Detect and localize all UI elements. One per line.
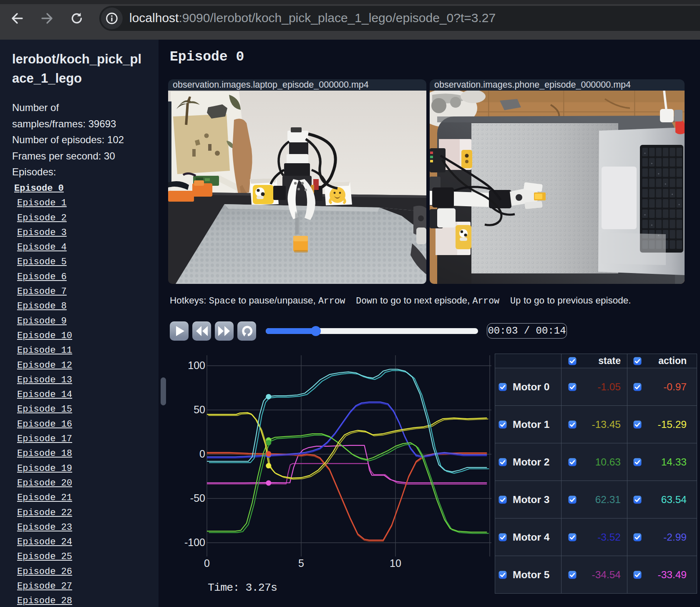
svg-text:100: 100 (188, 359, 205, 371)
svg-text:50: 50 (194, 404, 205, 415)
svg-text:Time: 3.27s: Time: 3.27s (208, 582, 277, 594)
svg-text:5: 5 (298, 557, 304, 569)
svg-text:0: 0 (204, 557, 210, 569)
svg-text:-100: -100 (184, 536, 205, 548)
svg-text:10: 10 (390, 557, 401, 569)
svg-text:0: 0 (199, 448, 205, 460)
svg-text:-50: -50 (190, 492, 205, 504)
